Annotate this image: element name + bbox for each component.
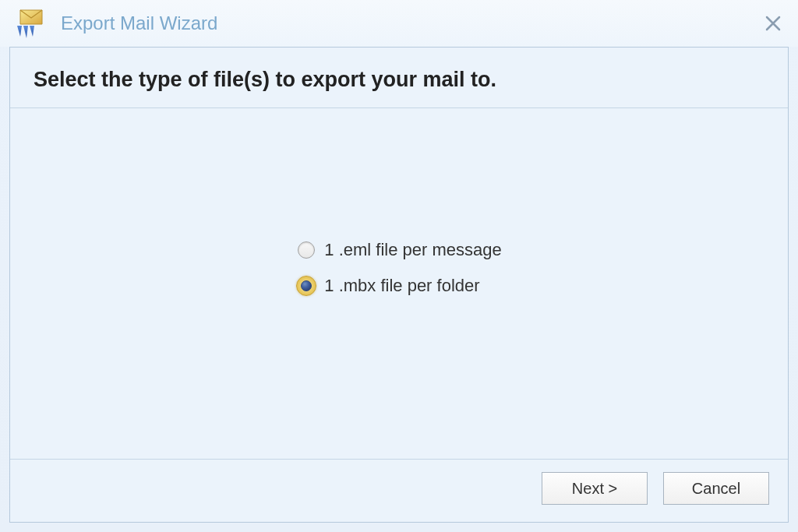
radio-option-eml[interactable]: 1 .eml file per message: [296, 240, 501, 260]
radio-option-mbx[interactable]: 1 .mbx file per folder: [296, 276, 501, 296]
next-button[interactable]: Next >: [542, 472, 648, 505]
radio-label-eml: 1 .eml file per message: [324, 240, 501, 260]
radio-label-mbx: 1 .mbx file per folder: [324, 276, 479, 296]
page-heading: Select the type of file(s) to export you…: [34, 68, 764, 92]
export-type-radio-group: 1 .eml file per message 1 .mbx file per …: [296, 240, 501, 296]
content-area: Select the type of file(s) to export you…: [9, 47, 789, 523]
cancel-button[interactable]: Cancel: [663, 472, 769, 505]
mail-wizard-icon: [14, 7, 47, 40]
radio-button-eml[interactable]: [296, 240, 316, 260]
main-content: 1 .eml file per message 1 .mbx file per …: [10, 108, 788, 459]
radio-button-mbx[interactable]: [296, 276, 316, 296]
close-button[interactable]: [762, 12, 784, 34]
heading-section: Select the type of file(s) to export you…: [10, 48, 788, 108]
title-bar: Export Mail Wizard: [0, 0, 798, 47]
window-title: Export Mail Wizard: [61, 12, 762, 34]
wizard-window: Export Mail Wizard Select the type of fi…: [0, 0, 798, 532]
button-bar: Next > Cancel: [10, 459, 788, 522]
